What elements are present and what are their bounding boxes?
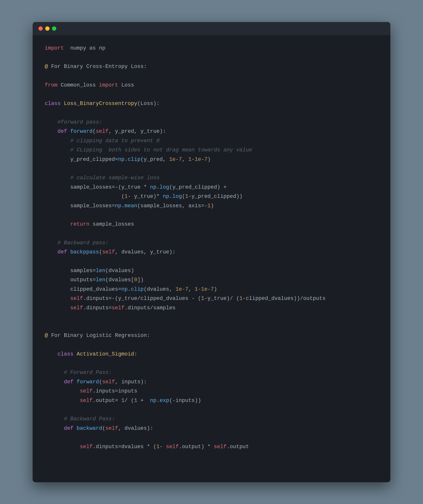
line-26: outputs=len(dvalues[0]) — [45, 275, 378, 285]
line-42: def backward(self, dvalues): — [45, 424, 378, 433]
titlebar — [33, 22, 390, 35]
line-22: # Backward pass: — [45, 238, 378, 248]
line-37: def forward(self, inputs): — [45, 378, 378, 387]
line-28: self.dinputs=-(y_true/clipped_dvalues - … — [45, 294, 378, 304]
line-23: def backppass(self, dvalues, y_true): — [45, 248, 378, 257]
line-10: def forward(self, y_pred, y_true): — [45, 127, 378, 136]
line-44: self.dinputs=dvalues * (1- self.output) … — [45, 442, 378, 452]
line-39: self.output= 1/ (1 + np.exp(-inputs)) — [45, 396, 378, 406]
line-15: # calculate sample-wise loss — [45, 173, 378, 183]
line-18: sample_losses=np.mean(sample_losses, axi… — [45, 201, 378, 211]
line-9: #forward pass: — [45, 118, 378, 127]
line-34: class Activation_Sigmoid: — [45, 350, 378, 359]
code-editor[interactable]: import numpy as np @ For Binary Cross-En… — [33, 35, 390, 482]
editor-window: import numpy as np @ For Binary Cross-En… — [33, 22, 390, 482]
line-11: # clipping data to prevent 0 — [45, 136, 378, 146]
line-16: sample_losses=-(y_true * np.log(y_pred_c… — [45, 183, 378, 192]
line-1: import numpy as np — [45, 44, 378, 53]
line-12: # CLipping both sides to not drag mean t… — [45, 146, 378, 155]
line-13: y_pred_clipped=np.clip(y_pred, 1e-7, 1-1… — [45, 155, 378, 164]
line-17: (1- y_true)* np.log(1-y_pred_clipped)) — [45, 192, 378, 201]
line-3: @ For Binary Cross-Entropy Loss: — [45, 62, 378, 72]
line-36: # Forward Pass: — [45, 368, 378, 378]
maximize-button[interactable] — [52, 26, 56, 31]
line-29: self.dinputs=self.dinputs/samples — [45, 304, 378, 313]
close-button[interactable] — [38, 26, 43, 31]
line-20: return sample_losses — [45, 220, 378, 229]
line-41: # Backward Pass: — [45, 415, 378, 424]
line-27: clipped_dvalues=np.clip(dvalues, 1e-7, 1… — [45, 285, 378, 294]
line-25: samples=len(dvalues) — [45, 266, 378, 276]
line-38: self.inputs=inputs — [45, 387, 378, 396]
minimize-button[interactable] — [45, 26, 50, 31]
line-7: class Loss_BinaryCrossentropy(Loss): — [45, 99, 378, 109]
line-5: from Common_loss import Loss — [45, 81, 378, 90]
line-32: @ For Binary Logistic Regression: — [45, 331, 378, 341]
